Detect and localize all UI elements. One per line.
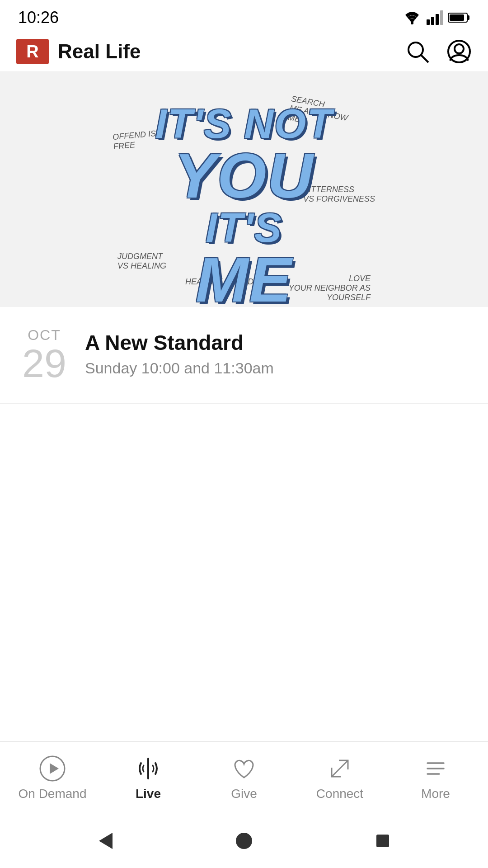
wifi-icon <box>403 10 421 25</box>
nav-item-more[interactable]: More <box>388 750 483 806</box>
app-bar-actions <box>405 39 472 64</box>
svg-rect-5 <box>440 10 443 25</box>
logo-letter: R <box>26 42 38 61</box>
live-icon <box>135 755 162 782</box>
home-icon <box>234 831 254 851</box>
battery-icon <box>448 11 470 24</box>
nav-item-give[interactable]: Give <box>196 750 292 806</box>
android-nav-bar <box>0 814 488 868</box>
event-title: A New Standard <box>85 330 274 355</box>
svg-rect-3 <box>431 17 434 25</box>
svg-marker-14 <box>50 763 59 774</box>
svg-line-10 <box>421 55 428 62</box>
status-time: 10:26 <box>18 8 59 27</box>
status-bar: 10:26 <box>0 0 488 32</box>
bottom-nav: On Demand Live Give Connect <box>0 741 488 814</box>
svg-point-1 <box>411 22 413 24</box>
event-subtitle: Sunday 10:00 and 11:30am <box>85 359 274 377</box>
signal-icon <box>427 10 443 25</box>
profile-button[interactable] <box>446 39 472 64</box>
event-item[interactable]: OCT 29 A New Standard Sunday 10:00 and 1… <box>0 307 488 404</box>
nav-item-on-demand[interactable]: On Demand <box>5 750 100 806</box>
bubble-you: YOU <box>174 144 314 208</box>
nav-label-more: More <box>421 787 450 801</box>
on-demand-icon <box>39 755 66 782</box>
give-icon <box>230 755 258 782</box>
status-icons <box>403 10 470 25</box>
svg-point-21 <box>236 833 252 849</box>
svg-line-16 <box>332 760 348 777</box>
nav-item-live[interactable]: Live <box>100 750 196 806</box>
android-home-button[interactable] <box>230 827 258 854</box>
logo-icon: R <box>16 39 49 64</box>
back-icon <box>95 831 115 851</box>
nav-item-connect[interactable]: Connect <box>292 750 388 806</box>
app-bar: R Real Life <box>0 32 488 72</box>
profile-icon <box>446 39 472 64</box>
search-icon <box>405 39 430 64</box>
bubble-art-wrapper: SEARCHME AND KNOWME OFFEND ISFREE BITTER… <box>104 104 384 307</box>
connect-icon <box>326 755 353 782</box>
more-icon <box>422 755 449 782</box>
sermon-series-art: SEARCHME AND KNOWME OFFEND ISFREE BITTER… <box>104 104 384 275</box>
nav-label-live: Live <box>136 787 161 801</box>
search-button[interactable] <box>405 39 430 64</box>
svg-marker-20 <box>99 833 113 849</box>
main-bubble-text: IT'S NOT YOU IT'S ME <box>155 104 333 307</box>
bubble-its-not: IT'S NOT <box>155 104 333 144</box>
annotation-offend: OFFEND ISFREE <box>112 129 157 151</box>
event-day: 29 <box>22 344 66 383</box>
svg-point-12 <box>455 44 464 53</box>
svg-rect-2 <box>427 19 430 25</box>
nav-label-connect: Connect <box>316 787 363 801</box>
app-title: Real Life <box>58 40 141 63</box>
bubble-me: ME <box>196 248 292 307</box>
android-recents-button[interactable] <box>369 827 396 854</box>
hero-area: SEARCHME AND KNOWME OFFEND ISFREE BITTER… <box>0 72 488 307</box>
svg-rect-4 <box>436 14 439 25</box>
nav-label-on-demand: On Demand <box>19 787 87 801</box>
bubble-its: IT'S <box>206 208 282 248</box>
recents-icon <box>373 831 393 851</box>
svg-rect-22 <box>376 835 389 847</box>
event-date: OCT 29 <box>22 327 67 383</box>
android-back-button[interactable] <box>92 827 119 854</box>
event-details: A New Standard Sunday 10:00 and 11:30am <box>85 327 274 377</box>
nav-label-give: Give <box>231 787 257 801</box>
svg-rect-8 <box>450 14 464 21</box>
app-logo: R Real Life <box>16 39 141 64</box>
svg-rect-7 <box>467 15 469 20</box>
